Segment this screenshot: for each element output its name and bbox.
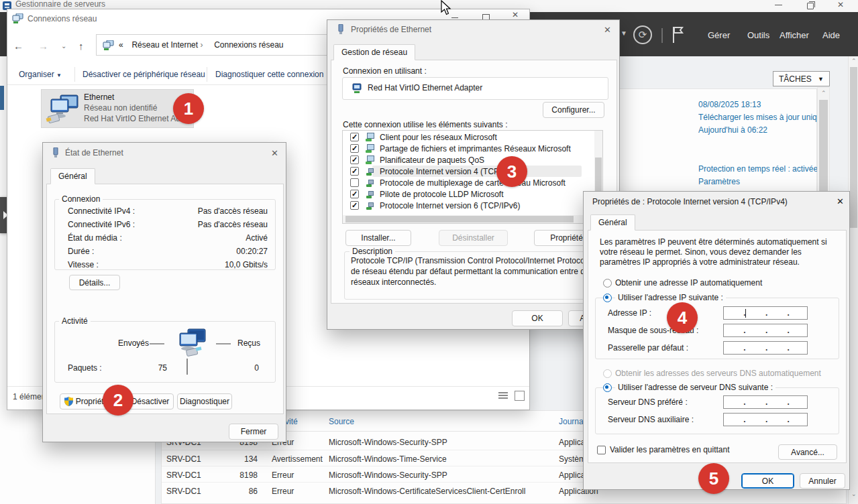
list-item[interactable]: Protocole de multiplexage de carte résea… (347, 178, 589, 189)
item-checkbox[interactable] (350, 144, 359, 153)
radio-auto-ip-label[interactable]: Obtenir une adresse IP automatiquement (615, 278, 762, 288)
cancel-button[interactable]: Annuler (800, 473, 845, 489)
diagnose-button[interactable]: Diagnostiquer (177, 393, 232, 410)
scroll-up-icon[interactable]: ⌃ (821, 90, 826, 97)
chevron-down-icon[interactable]: ▼ (621, 29, 627, 37)
tasks-button[interactable]: TÂCHES ▼ (773, 71, 830, 86)
dialog-title-bar[interactable]: État de Ethernet ✕ (43, 143, 286, 163)
dialog-title-bar[interactable]: Propriétés de : Protocole Internet versi… (584, 192, 849, 212)
menu-outils[interactable]: Outils (747, 30, 769, 40)
refresh-icon[interactable]: ⟳ (633, 25, 652, 44)
ethernet-connection-item[interactable]: Ethernet Réseau non identifié Red Hat Vi… (41, 89, 194, 128)
connection-items-listbox[interactable]: Client pour les réseaux Microsoft Partag… (342, 130, 603, 224)
toolbar-diagnose-connection[interactable]: Diagnostiquer cette connexion (215, 70, 323, 79)
nic-icon (52, 147, 60, 158)
close-icon[interactable]: ✕ (271, 148, 278, 158)
scrollbar-thumb[interactable] (850, 67, 857, 228)
last-check-link[interactable]: Aujourd'hui à 06:22 (698, 125, 767, 135)
item-label[interactable]: Protocole Internet version 6 (TCP/IPv6) (380, 201, 520, 210)
uninstall-button[interactable]: Désinstaller (439, 230, 508, 246)
configure-button[interactable]: Configurer... (543, 102, 604, 118)
radio-manual-dns-label[interactable]: Utiliser l'adresse de serveur DNS suivan… (615, 383, 775, 392)
close-icon[interactable]: ✕ (604, 25, 611, 35)
item-label[interactable]: Planificateur de paquets QoS (380, 155, 484, 165)
item-label[interactable]: Partage de fichiers et imprimantes Résea… (380, 144, 571, 153)
advanced-button[interactable]: Avancé... (778, 444, 837, 460)
events-col-journal[interactable]: Journal (559, 417, 585, 426)
ethernet-status-dialog: État de Ethernet ✕ Général Connexion Con… (42, 142, 286, 442)
item-label[interactable]: Pilote de protocole LLDP Microsoft (380, 190, 504, 199)
dialog-title: Propriétés de Ethernet (351, 25, 431, 34)
menu-aide[interactable]: Aide (822, 30, 840, 40)
breadcrumb-item-reseau-internet[interactable]: Réseau et Internet (131, 40, 198, 50)
settings-link[interactable]: Paramètres (698, 177, 740, 186)
close-icon[interactable]: ✕ (837, 1, 845, 9)
radio-manual-ip[interactable] (603, 294, 612, 302)
forward-icon[interactable]: → (38, 40, 48, 52)
item-label[interactable]: Client pour les réseaux Microsoft (380, 133, 497, 142)
item-checkbox[interactable] (350, 190, 359, 198)
radio-auto-ip[interactable] (603, 279, 612, 288)
last-update-datetime-link[interactable]: 08/08/2025 18:13 (698, 100, 761, 109)
install-button[interactable]: Installer... (345, 230, 411, 246)
validate-settings-label[interactable]: Valider les paramètres en quittant (610, 445, 730, 454)
dialog-title-bar[interactable]: Propriétés de Ethernet ✕ (327, 20, 619, 40)
item-label[interactable]: Protocole de multiplexage de carte résea… (380, 178, 566, 188)
preferred-dns-field[interactable] (723, 395, 808, 409)
radio-auto-dns[interactable] (603, 369, 612, 378)
tab-general[interactable]: Général (590, 214, 635, 231)
up-icon[interactable]: ↑ (78, 40, 84, 52)
restore-icon[interactable] (807, 3, 814, 9)
menu-afficher[interactable]: Afficher (780, 30, 809, 40)
server-manager-title: Gestionnaire de serveurs (15, 0, 105, 9)
breadcrumb-collapse-glyph[interactable]: « (119, 40, 123, 50)
item-checkbox[interactable] (350, 133, 359, 141)
item-checkbox[interactable] (350, 155, 359, 164)
list-item-selected[interactable]: Protocole Internet version 4 (TCP/IPv4) (347, 166, 589, 178)
close-icon[interactable]: ✕ (512, 11, 520, 19)
item-checkbox[interactable] (350, 201, 359, 210)
item-checkbox[interactable] (350, 167, 359, 176)
toolbar-disable-device[interactable]: Désactiver ce périphérique réseau (83, 70, 205, 79)
tab-general[interactable]: Général (50, 168, 95, 184)
list-item[interactable]: Client pour les réseaux Microsoft (347, 132, 589, 143)
thumbnail-view-icon[interactable] (515, 391, 525, 401)
close-icon[interactable]: ✕ (837, 196, 844, 206)
ok-button[interactable]: OK (512, 310, 563, 326)
list-item[interactable]: Protocole Internet version 6 (TCP/IPv6) (347, 200, 589, 212)
disable-button[interactable]: Désactiver (127, 393, 174, 410)
menu-gerer[interactable]: Gérer (708, 30, 730, 40)
tab-network-management[interactable]: Gestion de réseau (333, 44, 415, 60)
minimize-icon[interactable] (775, 5, 782, 5)
scrollbar-thumb[interactable] (345, 216, 574, 223)
update-mode-link[interactable]: Télécharger les mises à jour uniquement (698, 113, 817, 122)
subnet-mask-field[interactable] (723, 324, 808, 337)
ok-button[interactable]: OK (741, 473, 794, 489)
validate-settings-checkbox[interactable] (597, 446, 606, 454)
radio-manual-ip-label[interactable]: Utiliser l'adresse IP suivante : (615, 293, 726, 302)
back-icon[interactable]: ← (13, 40, 23, 52)
list-horizontal-scrollbar[interactable] (343, 215, 594, 223)
notifications-flag-icon[interactable] (671, 25, 686, 44)
details-view-icon[interactable] (498, 391, 508, 399)
events-col-source[interactable]: Source (329, 417, 354, 426)
scroll-down-icon[interactable]: ⌄ (851, 491, 857, 497)
ip-address-field[interactable] (723, 306, 808, 320)
radio-manual-dns[interactable] (603, 383, 612, 392)
list-item[interactable]: Pilote de protocole LLDP Microsoft (347, 189, 589, 200)
details-button[interactable]: Détails... (69, 275, 120, 290)
close-button[interactable]: Fermer (229, 424, 278, 440)
scroll-up-icon[interactable]: ⌃ (851, 58, 857, 64)
list-item[interactable]: Planificateur de paquets QoS (347, 155, 589, 166)
realtime-protection-link[interactable]: Protection en temps réel : activée (698, 164, 818, 174)
media-state-value: Activé (68, 233, 268, 243)
item-checkbox[interactable] (350, 178, 359, 187)
alternate-dns-field[interactable] (723, 413, 808, 426)
recent-pages-chevron-icon[interactable]: ⌄ (61, 42, 66, 50)
list-item[interactable]: Partage de fichiers et imprimantes Résea… (347, 143, 589, 155)
toolbar-organize[interactable]: Organiser ▼ (19, 70, 62, 79)
default-gateway-field[interactable] (723, 341, 808, 355)
breadcrumb-item-connexions-reseau[interactable]: Connexions réseau (214, 40, 283, 50)
protocol-icon (365, 167, 375, 176)
radio-auto-dns-label[interactable]: Obtenir les adresses des serveurs DNS au… (615, 369, 821, 378)
